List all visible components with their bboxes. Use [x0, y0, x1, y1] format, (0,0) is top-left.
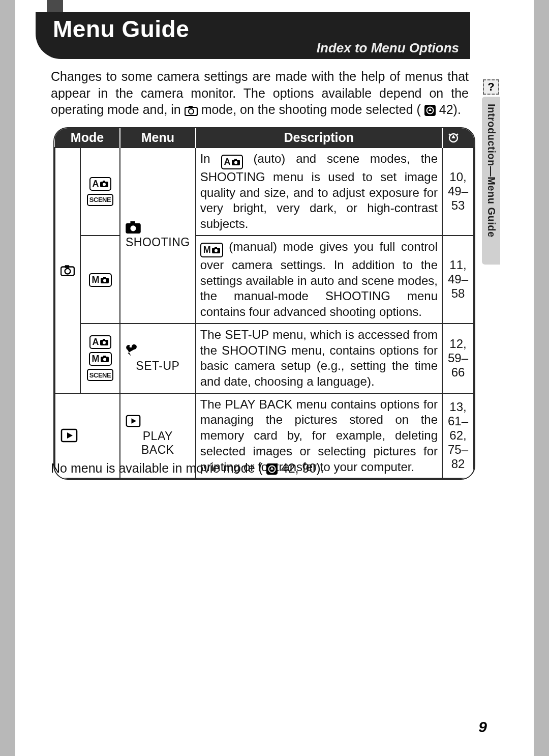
desc-cell: The SET-UP menu, which is accessed from … [196, 324, 442, 393]
intro-ref: 42). [439, 102, 461, 117]
submode-cell-all-shooting: A M SCENE [80, 324, 120, 393]
camera-icon [185, 105, 198, 116]
col-mode: Mode [55, 128, 120, 148]
page-ref-icon [266, 463, 278, 475]
manual-mode-badge-inline: M [200, 243, 223, 257]
submode-cell-manual: M [80, 236, 120, 324]
mode-cell-shooting-group [55, 148, 80, 393]
svg-rect-1 [189, 106, 193, 108]
page-subtitle: Index to Menu Options [317, 40, 459, 56]
auto-mode-badge: A [89, 177, 111, 191]
svg-point-22 [103, 279, 106, 282]
table-row: M M (manual) mode gives you full control… [55, 236, 474, 324]
svg-rect-24 [215, 247, 217, 248]
svg-rect-21 [103, 277, 106, 278]
table-header-row: Mode Menu Description [55, 128, 474, 148]
menu-guide-table: Mode Menu Description A [53, 127, 475, 480]
svg-rect-18 [234, 159, 237, 160]
menu-label-setup: SET-UP [126, 359, 190, 373]
col-description: Description [196, 128, 442, 148]
desc-cell: M (manual) mode gives you full control o… [196, 236, 442, 324]
auto-mode-badge-inline: A [221, 155, 243, 169]
page-number: 9 [478, 718, 487, 736]
manual-mode-badge: M [89, 352, 112, 366]
submode-cell-auto-scene: A SCENE [80, 148, 120, 236]
scene-mode-badge: SCENE [87, 369, 113, 381]
col-pages [442, 128, 474, 148]
menu-label-playback: PLAY BACK [126, 429, 190, 457]
scene-mode-badge: SCENE [87, 194, 113, 206]
desc-cell: In A (auto) and scene modes, the SHOOTIN… [196, 148, 442, 236]
svg-line-7 [456, 134, 458, 136]
svg-rect-9 [65, 265, 70, 268]
manual-mode-badge: M [89, 273, 112, 287]
svg-point-28 [103, 341, 106, 344]
playback-icon [60, 428, 78, 443]
svg-rect-15 [130, 221, 135, 224]
svg-point-25 [215, 249, 218, 252]
pages-cell: 13, 61– 62, 75– 82 [442, 393, 474, 479]
page-ref-header-icon [447, 132, 460, 144]
svg-point-31 [103, 358, 106, 361]
menu-label-shooting: SHOOTING [126, 236, 190, 249]
side-tab-label: Introduction—Menu Guide [485, 104, 497, 238]
menu-cell-setup: SET-UP [120, 324, 196, 393]
svg-point-2 [189, 109, 194, 114]
camera-icon [60, 265, 75, 276]
wrench-icon [126, 344, 139, 357]
intro-paragraph: Changes to some camera settings are made… [51, 68, 469, 118]
page: Menu Guide Index to Menu Options ? Intro… [15, 0, 534, 756]
svg-point-16 [130, 226, 136, 231]
footnote: No menu is available in movie mode ( 42,… [51, 461, 324, 476]
menu-cell-shooting: SHOOTING [120, 148, 196, 324]
svg-rect-30 [103, 356, 106, 357]
table-row: A M SCENE SET-UP The SET-UP menu, which … [55, 324, 474, 393]
page-ref-icon [424, 105, 436, 116]
table-row: A SCENE SHOOTING In A (auto) and scene m… [55, 148, 474, 236]
svg-rect-12 [103, 181, 105, 182]
pages-cell: 10, 49– 53 [442, 148, 474, 236]
camera-solid-icon [126, 221, 141, 234]
page-title: Menu Guide [36, 12, 470, 43]
svg-rect-27 [103, 339, 105, 340]
svg-point-19 [234, 161, 237, 164]
help-icon: ? [483, 79, 499, 95]
side-index-tab: ? Introduction—Menu Guide [482, 97, 500, 265]
pages-cell: 11, 49– 58 [442, 236, 474, 324]
playback-icon [126, 415, 141, 427]
col-menu: Menu [120, 128, 196, 148]
auto-mode-badge: A [89, 335, 111, 349]
pages-cell: 12, 59– 66 [442, 324, 474, 393]
svg-line-6 [449, 134, 451, 136]
svg-point-13 [103, 183, 106, 186]
svg-point-10 [65, 269, 71, 274]
page-header: Menu Guide Index to Menu Options [36, 12, 470, 59]
intro-text-2: mode, on the shooting mode selected ( [201, 102, 421, 117]
